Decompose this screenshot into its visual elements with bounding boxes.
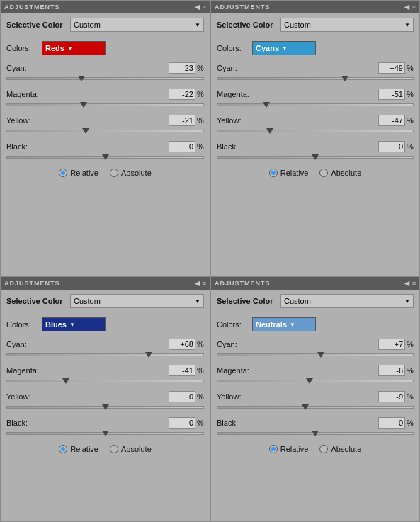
collapse-icon[interactable]: ◀ [195,4,200,11]
slider-track-container[interactable] [217,127,414,137]
menu-icon[interactable]: ≡ [412,4,416,11]
slider-track-container[interactable] [6,74,204,84]
slider-thumb[interactable] [102,431,109,436]
slider-track-container[interactable] [6,429,204,439]
panel-body: Selective ColorCustom▼Colors:Cyans▼Cyan:… [211,13,419,276]
slider-value-input[interactable]: 0 [378,417,405,429]
slider-value-input[interactable]: 0 [169,141,195,152]
slider-thumb[interactable] [341,76,348,81]
slider-thumb[interactable] [102,154,109,160]
color-name: Reds [45,44,64,52]
slider-thumb[interactable] [302,404,309,410]
percent-sign: % [197,64,204,72]
collapse-icon[interactable]: ◀ [404,4,409,11]
preset-value: Custom [284,21,311,29]
absolute-radio-option[interactable]: Absolute [110,445,152,453]
slider-track-container[interactable] [6,351,204,361]
slider-thumb[interactable] [306,378,313,384]
slider-value-input[interactable]: -47 [378,115,405,126]
color-swatch-button[interactable]: Neutrals▼ [252,317,316,331]
slider-label-value-row: Magenta:-51% [217,89,414,100]
slider-track-container[interactable] [6,127,204,137]
slider-label-value-row: Cyan:+7% [217,339,414,350]
slider-track-container[interactable] [217,429,414,439]
slider-value-input[interactable]: -9 [378,391,405,402]
slider-value-input[interactable]: +49 [378,62,405,74]
slider-thumb[interactable] [312,431,319,436]
slider-label-value-row: Magenta:-41% [6,365,204,376]
slider-track-container[interactable] [6,403,204,413]
collapse-icon[interactable]: ◀ [195,280,200,287]
slider-thumb[interactable] [312,154,319,160]
color-swatch-button[interactable]: Reds▼ [42,41,106,55]
slider-value-input[interactable]: -21 [169,115,195,126]
slider-value-input[interactable]: +7 [378,339,405,350]
preset-dropdown[interactable]: Custom▼ [70,18,204,32]
color-swatch-button[interactable]: Blues▼ [42,317,106,331]
panel-body: Selective ColorCustom▼Colors:Blues▼Cyan:… [1,290,210,521]
panel-header: ADJUSTMENTS◀≡ [211,277,419,290]
slider-thumb[interactable] [263,102,270,108]
slider-track-container[interactable] [6,153,204,163]
absolute-radio-option[interactable]: Absolute [319,169,361,177]
menu-icon[interactable]: ≡ [203,280,206,287]
slider-row-1: Magenta:-22% [6,89,204,110]
relative-radio-option[interactable]: Relative [59,445,98,453]
relative-radio-indicator [59,445,67,453]
slider-value-input[interactable]: -51 [378,89,405,100]
menu-icon[interactable]: ≡ [203,4,206,11]
slider-thumb[interactable] [266,128,273,134]
slider-track [6,77,204,80]
relative-radio-label: Relative [70,169,98,177]
relative-radio-option[interactable]: Relative [269,445,309,453]
preset-dropdown[interactable]: Custom▼ [280,294,414,308]
absolute-radio-option[interactable]: Absolute [110,169,152,177]
slider-value-input[interactable]: +68 [169,339,195,350]
slider-thumb[interactable] [78,76,85,81]
preset-dropdown[interactable]: Custom▼ [280,18,414,32]
slider-track-container[interactable] [6,101,204,110]
slider-value-input[interactable]: 0 [169,391,195,402]
slider-value-input[interactable]: -23 [169,62,195,74]
radio-row: RelativeAbsolute [6,445,204,453]
slider-label: Cyan: [6,340,49,348]
slider-thumb[interactable] [102,404,109,410]
slider-track-container[interactable] [217,351,414,361]
slider-row-2: Yellow:-21% [6,115,204,137]
slider-value-input[interactable]: 0 [169,417,195,429]
panel-header-title: ADJUSTMENTS [4,280,60,287]
slider-track-container[interactable] [217,101,414,110]
slider-value-input[interactable]: -6 [378,365,405,376]
panel-header: ADJUSTMENTS◀≡ [211,1,419,13]
preset-value: Custom [74,297,101,305]
slider-track-container[interactable] [6,377,204,387]
panel-body: Selective ColorCustom▼Colors:Neutrals▼Cy… [211,290,419,521]
slider-value-input[interactable]: -22 [169,89,195,100]
relative-radio-option[interactable]: Relative [59,169,98,177]
slider-track-container[interactable] [217,403,414,413]
slider-thumb[interactable] [317,352,324,358]
divider [6,38,204,38]
slider-thumb[interactable] [80,102,87,108]
preset-dropdown[interactable]: Custom▼ [70,294,204,308]
colors-row: Colors:Cyans▼ [217,41,414,55]
slider-label-value-row: Yellow:0% [6,391,204,402]
slider-thumb[interactable] [82,128,89,134]
colors-row: Colors:Reds▼ [6,41,204,55]
menu-icon[interactable]: ≡ [412,280,416,287]
slider-value-input[interactable]: 0 [378,141,405,152]
slider-thumb[interactable] [145,352,152,358]
slider-row-2: Yellow:-47% [217,115,414,137]
slider-value-input[interactable]: -41 [169,365,195,376]
slider-track-container[interactable] [217,377,414,387]
relative-radio-option[interactable]: Relative [269,169,309,177]
color-swatch-button[interactable]: Cyans▼ [252,41,316,55]
collapse-icon[interactable]: ◀ [404,280,409,287]
absolute-radio-option[interactable]: Absolute [319,445,361,453]
slider-thumb[interactable] [62,378,69,384]
panel-header-title: ADJUSTMENTS [215,280,271,287]
slider-row-0: Cyan:+7% [217,339,414,361]
slider-row-1: Magenta:-41% [6,365,204,387]
slider-track-container[interactable] [217,153,414,163]
slider-track-container[interactable] [217,74,414,84]
